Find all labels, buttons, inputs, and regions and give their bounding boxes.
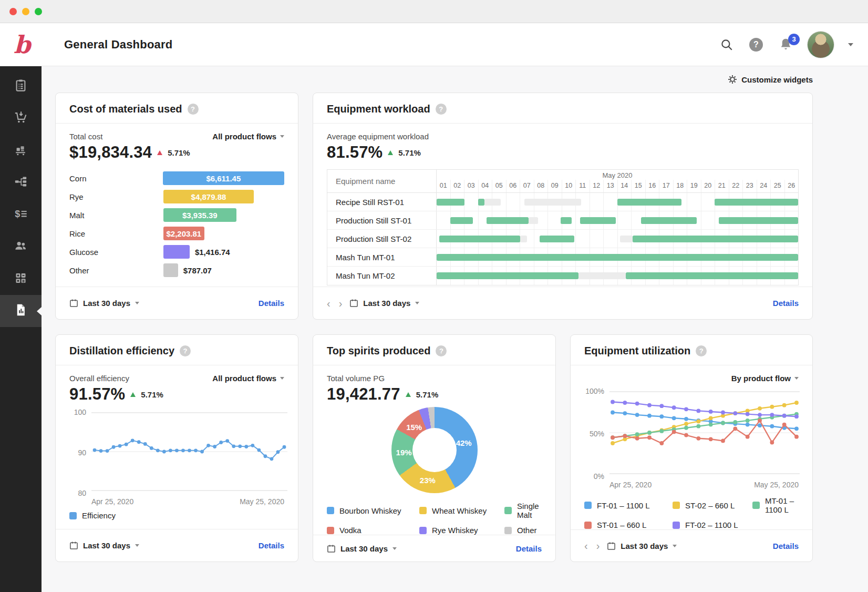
customize-widgets-button[interactable]: Customize widgets xyxy=(741,75,813,84)
group-by-filter[interactable]: By product flow xyxy=(731,374,799,383)
date-range-selector[interactable]: Last 30 days xyxy=(69,541,139,550)
window-minimize-button[interactable] xyxy=(22,8,29,15)
gantt-row: Mash Tun MT-01 xyxy=(327,248,798,267)
notifications-bell-icon[interactable]: 3 xyxy=(778,37,793,53)
details-link[interactable]: Details xyxy=(259,541,284,550)
material-bar-row: Corn$6,611.45 xyxy=(69,171,284,185)
gantt-day-label: 18 xyxy=(673,180,687,192)
gantt-day-label: 13 xyxy=(603,180,617,192)
metric-label: Total cost xyxy=(69,132,102,141)
help-icon[interactable]: ? xyxy=(180,345,191,356)
gantt-bar-idle xyxy=(620,236,633,242)
legend-swatch xyxy=(584,522,592,529)
gantt-day-label: 23 xyxy=(742,180,757,192)
sidebar-item-reports[interactable] xyxy=(0,295,42,327)
gantt-day-label: 10 xyxy=(562,180,576,192)
report-icon xyxy=(14,303,28,319)
date-range-selector[interactable]: Last 30 days xyxy=(607,542,677,550)
help-icon[interactable]: ? xyxy=(436,104,447,115)
equipment-gantt-chart: Equipment nameMay 2020010203040506070809… xyxy=(327,169,799,285)
y-axis-tick: 0% xyxy=(594,472,604,481)
window-titlebar xyxy=(0,0,868,23)
legend-item: ST-02 – 660 L xyxy=(673,496,752,514)
window-close-button[interactable] xyxy=(9,8,17,15)
details-link[interactable]: Details xyxy=(773,542,799,550)
app-header: b General Dashboard ? 3 xyxy=(0,23,868,66)
widget-distillation-efficiency: Distillation efficiency ? Overall effici… xyxy=(55,334,298,562)
sidebar-item-finance[interactable]: $ xyxy=(0,199,42,231)
calendar-icon xyxy=(327,544,336,553)
legend-item: MT-01 – 1100 L xyxy=(752,496,799,514)
date-range-selector[interactable]: Last 30 days xyxy=(69,299,139,308)
prev-page-chevron[interactable]: ‹ xyxy=(327,298,330,309)
help-icon[interactable]: ? xyxy=(436,345,447,356)
sidebar-item-calculator[interactable] xyxy=(0,263,42,295)
next-page-chevron[interactable]: › xyxy=(339,298,343,309)
legend-swatch xyxy=(419,527,427,534)
user-avatar[interactable] xyxy=(807,31,834,58)
gantt-bar-idle xyxy=(529,217,539,224)
details-link[interactable]: Details xyxy=(259,299,284,308)
gantt-name-header: Equipment name xyxy=(336,177,395,186)
gear-icon xyxy=(728,75,737,84)
delta-up-icon xyxy=(157,150,162,155)
x-axis-label: May 25, 2020 xyxy=(754,481,799,489)
material-bar-row: Rice$2,203.81 xyxy=(69,227,284,240)
gantt-bar-busy xyxy=(450,217,472,224)
details-link[interactable]: Details xyxy=(773,299,799,308)
delta-up-icon xyxy=(406,392,411,397)
date-range-selector[interactable]: Last 30 days xyxy=(327,544,397,553)
gantt-day-label: 12 xyxy=(590,180,604,192)
window-zoom-button[interactable] xyxy=(35,8,42,15)
product-flow-filter[interactable]: All product flows xyxy=(212,374,284,383)
sidebar-item-purchases[interactable] xyxy=(0,103,42,135)
donut-slice-label: 23% xyxy=(420,475,436,484)
widget-title: Distillation efficiency xyxy=(69,345,174,357)
material-bar-row: Glucose$1,416.74 xyxy=(69,245,284,259)
date-range-selector[interactable]: Last 30 days xyxy=(349,299,419,308)
help-icon[interactable]: ? xyxy=(748,37,764,53)
product-flow-filter[interactable]: All product flows xyxy=(212,132,284,141)
material-bar-row: Malt$3,935.39 xyxy=(69,208,284,222)
sidebar-item-flows[interactable] xyxy=(0,167,42,199)
gantt-day-label: 19 xyxy=(687,180,701,192)
legend-label: Rye Whiskey xyxy=(432,526,478,535)
calendar-icon xyxy=(607,542,616,550)
metric-value: 81.57% xyxy=(327,143,383,162)
help-icon[interactable]: ? xyxy=(188,104,199,115)
metric-label: Overall efficiency xyxy=(69,374,129,383)
legend-item: Other xyxy=(504,526,542,535)
material-label: Rice xyxy=(69,229,163,238)
legend-item: Bourbon Whiskey xyxy=(327,502,419,519)
widget-title: Cost of materials used xyxy=(69,103,182,115)
chart-legend: Bourbon WhiskeyWheat WhiskeySingle MaltV… xyxy=(327,502,542,535)
material-bar: $4,879.88 xyxy=(163,190,254,203)
sidebar-item-orders[interactable] xyxy=(0,70,42,103)
next-page-chevron[interactable]: › xyxy=(596,540,600,551)
details-link[interactable]: Details xyxy=(516,544,542,553)
prev-page-chevron[interactable]: ‹ xyxy=(584,540,588,551)
material-label: Rye xyxy=(69,192,163,201)
gantt-bar-idle xyxy=(524,199,581,206)
gantt-bar-busy xyxy=(719,217,798,224)
gantt-bar-busy xyxy=(437,272,578,279)
material-bar: $6,611.45 xyxy=(163,171,284,185)
material-label: Other xyxy=(69,266,163,275)
search-icon[interactable] xyxy=(719,37,735,53)
help-icon[interactable]: ? xyxy=(696,345,707,356)
gantt-bar-busy xyxy=(580,217,616,224)
widget-title: Equipment workload xyxy=(327,103,430,115)
metric-label: Total volume PG xyxy=(327,374,385,383)
legend-item: Single Malt xyxy=(504,502,542,519)
brand-logo[interactable]: b xyxy=(8,31,36,58)
user-menu-chevron-down-icon[interactable] xyxy=(848,43,853,46)
sidebar-item-contacts[interactable] xyxy=(0,231,42,263)
y-axis-tick: 50% xyxy=(590,430,604,438)
legend-item: FT-01 – 1100 L xyxy=(584,496,673,514)
donut-slice-label: 15% xyxy=(406,423,422,432)
material-value: $1,416.74 xyxy=(195,248,230,257)
y-axis-tick: 100 xyxy=(74,408,86,416)
gantt-bar-busy xyxy=(561,217,572,224)
sidebar-item-inventory[interactable] xyxy=(0,135,42,167)
gantt-day-label: 22 xyxy=(729,180,743,192)
